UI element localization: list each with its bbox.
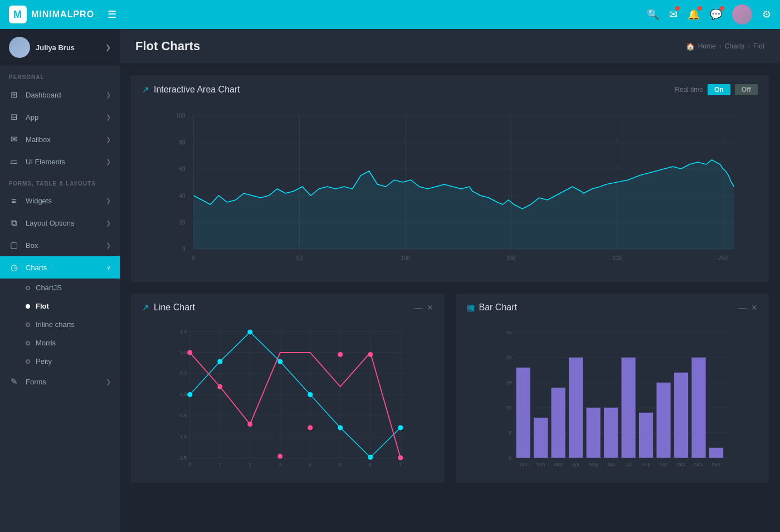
bar-nov	[691, 358, 705, 458]
bar-chart-minimize[interactable]: —	[739, 303, 747, 312]
line-chart-close[interactable]: ✕	[427, 303, 433, 312]
flot-dot	[26, 304, 30, 309]
content-area: Flot Charts 🏠 Home › Charts › Flot ↗ Int…	[120, 29, 780, 532]
page-title: Flot Charts	[135, 39, 200, 53]
realtime-off-button[interactable]: Off	[735, 84, 758, 95]
bar-chart-close[interactable]: ✕	[751, 303, 758, 312]
svg-text:20: 20	[506, 355, 511, 360]
sidebar-item-label: Mailbox	[26, 135, 99, 144]
forms-arrow: ❯	[106, 378, 111, 385]
sidebar-sub-item-chartjs[interactable]: ChartJS	[0, 279, 120, 297]
sidebar-item-dashboard[interactable]: ⊞ Dashboard ❯	[0, 84, 120, 106]
svg-text:80: 80	[179, 139, 186, 145]
user-avatar[interactable]	[732, 4, 752, 25]
svg-text:60: 60	[179, 166, 186, 172]
bell-icon[interactable]: 🔔	[688, 8, 700, 21]
svg-text:5: 5	[339, 462, 342, 467]
svg-text:25: 25	[506, 330, 511, 335]
sidebar: Juliya Brus ❯ PERSONAL ⊞ Dashboard ❯ ⊟ A…	[0, 29, 120, 532]
svg-point-67	[338, 352, 343, 357]
chart-row: ↗ Line Chart — ✕	[131, 294, 769, 483]
sidebar-item-charts[interactable]: ◷ Charts ∨	[0, 256, 120, 279]
bar-oct	[674, 373, 688, 458]
svg-point-64	[247, 422, 252, 427]
svg-text:1: 1	[218, 462, 221, 467]
mail-icon[interactable]: ✉	[669, 8, 677, 21]
mailbox-arrow: ❯	[106, 136, 111, 143]
breadcrumb-charts[interactable]: Charts	[725, 42, 744, 50]
realtime-label: Real time	[675, 86, 703, 94]
topnav-right: 🔍 ✉ 🔔 💬 ⚙	[647, 4, 771, 25]
app-logo[interactable]: M MINIMALPRO	[9, 6, 94, 23]
svg-text:-1.0: -1.0	[178, 434, 187, 440]
line-chart-card: ↗ Line Chart — ✕	[131, 294, 445, 483]
top-navigation: M MINIMALPRO ☰ 🔍 ✉ 🔔 💬 ⚙	[0, 0, 780, 29]
ui-elements-arrow: ❯	[106, 158, 111, 165]
sidebar-item-app[interactable]: ⊟ App ❯	[0, 106, 120, 128]
breadcrumb-current: Flot	[753, 42, 764, 50]
svg-point-61	[398, 425, 403, 430]
flot-label: Flot	[36, 302, 49, 310]
sidebar-item-label: App	[26, 113, 99, 121]
area-chart-title: ↗ Interactive Area Chart	[142, 85, 240, 95]
sidebar-item-label: Widgets	[26, 197, 99, 205]
bar-jan	[516, 368, 530, 458]
svg-point-69	[398, 455, 403, 460]
sidebar-sub-item-morris[interactable]: Morris	[0, 334, 120, 352]
line-chart-minimize[interactable]: —	[415, 303, 422, 312]
svg-text:200: 200	[612, 255, 622, 261]
sidebar-item-forms[interactable]: ✎ Forms ❯	[0, 370, 120, 393]
bar-chart-icon: ▦	[467, 302, 475, 313]
sidebar-item-widgets[interactable]: ≡ Widgets ❯	[0, 190, 120, 212]
svg-text:0: 0	[192, 255, 196, 261]
realtime-on-button[interactable]: On	[708, 84, 730, 95]
line-chart-title: ↗ Line Chart	[142, 302, 195, 313]
chartjs-label: ChartJS	[36, 284, 62, 292]
chat-icon[interactable]: 💬	[710, 8, 722, 21]
search-icon[interactable]: 🔍	[647, 8, 659, 21]
bar-mar	[551, 388, 565, 458]
dashboard-icon: ⊞	[9, 90, 19, 100]
bar-may	[586, 408, 600, 458]
svg-text:3: 3	[279, 462, 281, 467]
breadcrumb-home[interactable]: Home	[698, 42, 716, 50]
bar-jul	[621, 358, 635, 458]
chartjs-dot	[26, 286, 30, 290]
bar-chart-title: ▦ Bar Chart	[467, 302, 517, 313]
mailbox-icon: ✉	[9, 134, 19, 144]
inline-charts-label: Inline charts	[36, 320, 75, 329]
svg-point-55	[217, 359, 222, 364]
gear-icon[interactable]: ⚙	[762, 8, 771, 21]
sidebar-sub-item-flot[interactable]: Flot	[0, 297, 120, 315]
sidebar-sub-item-inline-charts[interactable]: Inline charts	[0, 315, 120, 334]
sidebar-item-label: Layout Options	[26, 219, 99, 227]
hamburger-button[interactable]: ☰	[108, 8, 116, 21]
svg-text:20: 20	[179, 219, 186, 226]
sidebar-item-label: Dashboard	[26, 91, 99, 99]
svg-text:1.5: 1.5	[180, 329, 187, 334]
bar-aug	[638, 413, 652, 458]
sidebar-sub-item-peity[interactable]: Peity	[0, 352, 120, 370]
svg-text:0.5: 0.5	[180, 370, 187, 376]
svg-text:Mar: Mar	[554, 462, 563, 467]
sidebar-username: Juliya Brus	[36, 43, 75, 52]
home-icon: 🏠	[686, 42, 695, 51]
svg-point-58	[308, 392, 313, 397]
sidebar-item-box[interactable]: ▢ Box ❯	[0, 234, 120, 256]
bar-sep	[656, 383, 670, 458]
sidebar-item-layout-options[interactable]: ⧉ Layout Options ❯	[0, 212, 120, 234]
area-chart-area: 100 80 60 40 20 0 0 50 100 150 200 250	[131, 104, 769, 282]
svg-text:5: 5	[509, 430, 511, 436]
svg-text:0: 0	[188, 462, 191, 467]
charts-icon: ◷	[9, 262, 19, 272]
main-area: Juliya Brus ❯ PERSONAL ⊞ Dashboard ❯ ⊟ A…	[0, 29, 780, 532]
svg-text:0.0: 0.0	[180, 392, 187, 397]
sidebar-item-ui-elements[interactable]: ▭ UI Elements ❯	[0, 150, 120, 173]
content-body: ↗ Interactive Area Chart Real time On Of…	[120, 64, 780, 494]
box-icon: ▢	[9, 240, 19, 250]
sidebar-user[interactable]: Juliya Brus ❯	[0, 29, 120, 66]
inline-charts-dot	[26, 323, 30, 327]
sidebar-item-mailbox[interactable]: ✉ Mailbox ❯	[0, 128, 120, 150]
svg-text:7: 7	[399, 462, 402, 467]
svg-text:50: 50	[296, 255, 303, 261]
